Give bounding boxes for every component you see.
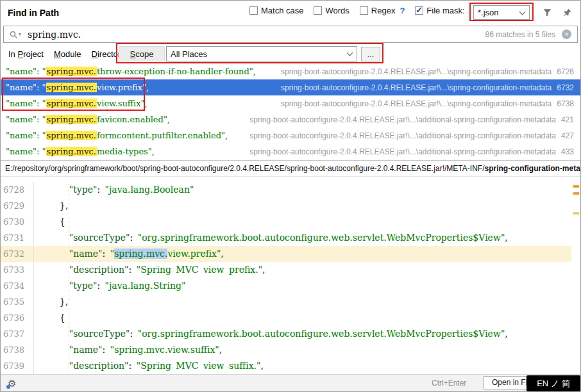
match-highlight: spring.mvc. — [46, 115, 97, 124]
ime-language-badge[interactable]: EN ノ 简 — [526, 375, 580, 391]
search-options: Match case Words Regex ? File mask: — [249, 6, 465, 15]
result-file-path: spring-boot-autoconfigure-2.0.4.RELEASE.… — [281, 67, 552, 76]
preview-path-filename: spring-configuration-metadata.json — [484, 164, 580, 173]
error-stripe-mark[interactable] — [573, 192, 579, 195]
code-line: 6729 }, — [1, 198, 571, 214]
result-row[interactable]: "name": "spring.mvc.formcontent.putfilte… — [1, 127, 580, 143]
match-case-checkbox[interactable] — [249, 6, 258, 15]
match-highlight: spring.mvc. — [46, 131, 97, 140]
line-text: }, — [34, 198, 68, 214]
line-number: 6733 — [1, 262, 34, 278]
regex-help-link[interactable]: ? — [400, 6, 405, 15]
code-line: 6732 "name": "spring.mvc.view.prefix", — [1, 246, 571, 262]
file-mask-dropdown[interactable]: *.json — [473, 5, 530, 20]
scope-tab-scope[interactable]: Scope — [119, 46, 165, 61]
chevron-down-icon — [519, 8, 526, 15]
code-line: 6731 "sourceType": "org.springframework.… — [1, 230, 571, 246]
line-number: 6732 — [1, 246, 34, 262]
editor-lines: 6728 "type": "java.lang.Boolean" 6729 },… — [1, 182, 571, 374]
line-text: }, — [34, 294, 68, 310]
shortcut-hint: Ctrl+Enter — [432, 379, 466, 388]
line-text: { — [34, 310, 65, 326]
code-line: 6736 { — [1, 310, 571, 326]
code-line: 6735 }, — [1, 294, 571, 310]
result-file-path: spring-boot-autoconfigure-2.0.4.RELEASE.… — [249, 131, 556, 140]
file-mask-label: File mask: — [426, 6, 464, 15]
line-number: 6734 — [1, 278, 34, 294]
error-stripe-mark[interactable] — [573, 212, 579, 215]
code-line: 6733 "description": "Spring MVC view pre… — [1, 262, 571, 278]
line-text: { — [34, 214, 65, 230]
line-number: 6737 — [1, 326, 34, 342]
scope-value: All Places — [167, 49, 345, 59]
scope-browse-button[interactable]: ... — [361, 47, 380, 61]
line-text: "description": "Spring MVC view suffix."… — [34, 358, 264, 374]
search-history-caret-icon[interactable]: ▾ — [19, 31, 21, 37]
result-line-number: 6732 — [557, 83, 574, 92]
file-mask-value: *.json — [474, 8, 518, 17]
match-case-label: Match case — [261, 6, 303, 15]
line-text: "name": "spring.mvc.view.prefix", — [34, 246, 224, 262]
filter-button[interactable] — [541, 6, 553, 18]
match-highlight: spring.mvc. — [46, 147, 97, 156]
pin-button[interactable] — [561, 6, 573, 18]
regex-checkbox[interactable] — [360, 6, 368, 15]
regex-label: Regex — [371, 6, 396, 15]
code-preview-editor[interactable]: 6728 "type": "java.lang.Boolean" 6729 },… — [1, 177, 580, 375]
result-file-path: spring-boot-autoconfigure-2.0.4.RELEASE.… — [249, 115, 556, 124]
result-code: "name": "spring.mvc.formcontent.putfilte… — [6, 131, 228, 140]
line-text: "sourceType": "org.springframework.boot.… — [34, 326, 508, 342]
result-code: "name": "spring.mvc.throw-exception-if-n… — [6, 67, 256, 76]
line-number: 6739 — [1, 358, 34, 374]
line-text: "description": "Spring MVC view prefix."… — [34, 262, 265, 278]
line-number: 6729 — [1, 198, 34, 214]
result-line-number: 427 — [561, 131, 574, 140]
words-label: Words — [325, 6, 349, 15]
result-line-number: 6726 — [557, 67, 574, 76]
result-code: "name": "spring.mvc.favicon.enabled", — [6, 115, 170, 124]
search-icon — [9, 30, 18, 39]
error-stripe-mark[interactable] — [573, 185, 579, 188]
result-row[interactable]: "name": "spring.mvc.favicon.enabled", sp… — [1, 111, 580, 127]
scope-tab-in-project[interactable]: In Project — [8, 49, 44, 59]
search-query-text: spring.mvc. — [28, 29, 81, 40]
code-line: 6734 "type": "java.lang.String" — [1, 278, 571, 294]
line-text: "sourceType": "org.springframework.boot.… — [34, 230, 508, 246]
line-number: 6728 — [1, 182, 34, 198]
scope-bar: In Project Module Directory Scope All Pl… — [1, 44, 580, 63]
code-line: 6737 "sourceType": "org.springframework.… — [1, 326, 571, 342]
line-text: "name": "spring.mvc.view.suffix", — [34, 342, 222, 358]
code-line: 6738 "name": "spring.mvc.view.suffix", — [1, 342, 571, 358]
scope-tabs: In Project Module Directory — [8, 49, 125, 59]
result-row[interactable]: "name": "spring.mvc.media-types", spring… — [1, 143, 580, 159]
line-text: "type": "java.lang.Boolean" — [34, 182, 194, 198]
result-line-number: 421 — [561, 115, 574, 124]
scope-tab-module[interactable]: Module — [54, 49, 81, 59]
result-row[interactable]: "name": "spring.mvc.throw-exception-if-n… — [1, 63, 580, 79]
line-text: "type": "java.lang.String" — [34, 278, 185, 294]
words-option: Words — [314, 6, 349, 15]
line-number: 6736 — [1, 310, 34, 326]
result-code: "name": "spring.mvc.view.prefix", — [6, 83, 149, 92]
results-list: "name": "spring.mvc.throw-exception-if-n… — [1, 63, 580, 159]
result-line-number: 6738 — [557, 99, 574, 108]
gear-notification-dot — [6, 385, 10, 389]
search-input[interactable]: ▾ spring.mvc. 86 matches in 5 files — [3, 26, 578, 43]
preview-path-prefix: E:/repository/org/springframework/boot/s… — [5, 164, 484, 173]
dialog-header: Find in Path Match case Words Regex ? Fi… — [1, 1, 580, 25]
chevron-down-icon — [347, 50, 353, 56]
file-mask-checkbox[interactable] — [415, 6, 423, 15]
line-number: 6738 — [1, 342, 34, 358]
clear-search-icon[interactable] — [562, 29, 571, 39]
code-line: 6739 "description": "Spring MVC view suf… — [1, 358, 571, 374]
dialog-title: Find in Path — [8, 8, 59, 18]
scope-dropdown[interactable]: All Places — [166, 46, 357, 61]
line-number: 6731 — [1, 230, 34, 246]
result-row[interactable]: "name": "spring.mvc.view.prefix", spring… — [1, 79, 580, 95]
result-code: "name": "spring.mvc.view.suffix", — [6, 99, 147, 108]
result-file-path: spring-boot-autoconfigure-2.0.4.RELEASE.… — [249, 147, 556, 156]
bottom-bar: Ctrl+Enter Open in Find Window EN ノ 简 — [1, 374, 580, 391]
result-row[interactable]: "name": "spring.mvc.view.suffix", spring… — [1, 95, 580, 111]
words-checkbox[interactable] — [314, 6, 322, 15]
file-mask-option: File mask: — [415, 6, 464, 15]
